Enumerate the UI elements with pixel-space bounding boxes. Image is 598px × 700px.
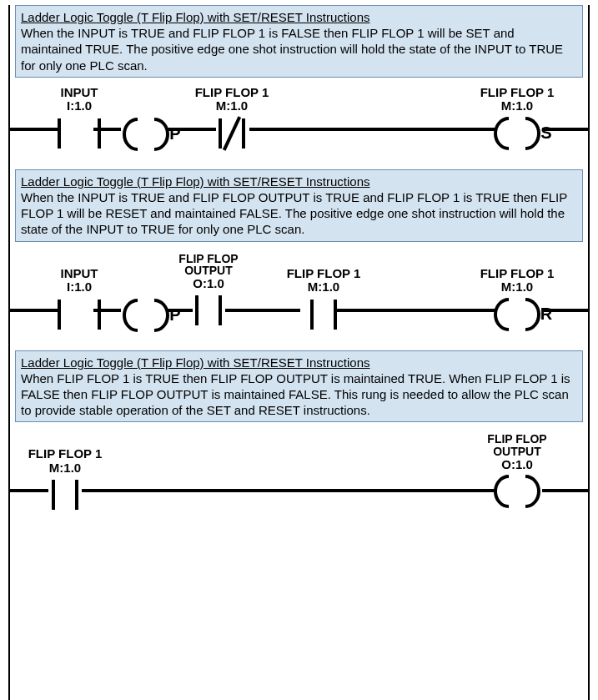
rung-2-title: Ladder Logic Toggle (T Flip Flop) with S… bbox=[21, 174, 370, 189]
input-addr: I:1.0 bbox=[46, 99, 113, 113]
positive-edge-coil: P bbox=[117, 114, 175, 151]
input-label-2: INPUT bbox=[46, 267, 113, 281]
flipflop-output-contact: FLIP FLOP OUTPUT O:1.0 bbox=[167, 253, 250, 328]
out-addr-3: O:1.0 bbox=[467, 458, 567, 472]
input-addr-2: I:1.0 bbox=[46, 280, 113, 295]
s-letter: S bbox=[517, 123, 575, 142]
rung-3-desc: When FLIP FLOP 1 is TRUE then FLIP FLOP … bbox=[21, 371, 570, 417]
rung-3-section: Ladder Logic Toggle (T Flip Flop) with S… bbox=[0, 350, 598, 523]
ffo-label: FLIP FLOP OUTPUT bbox=[167, 253, 250, 277]
rung-3: FLIP FLOP 1 M:1.0 FLIP FLOP OUTPUT O:1.0 bbox=[0, 431, 598, 522]
out-label-3: FLIP FLOP OUTPUT bbox=[467, 433, 567, 457]
ff1-addr-3: M:1.0 bbox=[17, 461, 113, 476]
rung-2: INPUT I:1.0 P FLIP FLOP OUTPUT bbox=[0, 250, 598, 342]
rung-1-desc: When the INPUT is TRUE and FLIP FLOP 1 i… bbox=[21, 26, 563, 72]
flipflop1-nc-contact: FLIP FLOP 1 M:1.0 bbox=[183, 86, 280, 150]
rung-1: INPUT I:1.0 P FLIP FLOP 1 M bbox=[0, 86, 598, 161]
input-contact: INPUT I:1.0 bbox=[46, 86, 113, 150]
input-contact-2: INPUT I:1.0 bbox=[46, 267, 113, 331]
rung-2-comment: Ladder Logic Toggle (T Flip Flop) with S… bbox=[15, 169, 583, 242]
ffo-addr: O:1.0 bbox=[167, 277, 250, 291]
set-coil: FLIP FLOP 1 M:1.0 S bbox=[467, 86, 567, 150]
out-addr-2: M:1.0 bbox=[467, 280, 567, 295]
flipflop1-contact-2: FLIP FLOP 1 M:1.0 bbox=[275, 267, 372, 331]
input-label: INPUT bbox=[46, 86, 113, 100]
r-letter: R bbox=[517, 305, 575, 323]
rung-1-section: Ladder Logic Toggle (T Flip Flop) with S… bbox=[0, 5, 598, 161]
flipflop1-contact-3: FLIP FLOP 1 M:1.0 bbox=[17, 447, 113, 511]
rung-1-comment: Ladder Logic Toggle (T Flip Flop) with S… bbox=[15, 5, 583, 78]
ff1-addr-2: M:1.0 bbox=[275, 280, 372, 295]
out-label-2: FLIP FLOP 1 bbox=[467, 267, 567, 281]
rung-1-title: Ladder Logic Toggle (T Flip Flop) with S… bbox=[21, 10, 370, 24]
output-coil: FLIP FLOP OUTPUT O:1.0 bbox=[467, 433, 567, 508]
out-addr: M:1.0 bbox=[467, 99, 567, 113]
ff1-label: FLIP FLOP 1 bbox=[183, 86, 280, 100]
ff1-label-3: FLIP FLOP 1 bbox=[17, 447, 113, 461]
ladder-diagram: Ladder Logic Toggle (T Flip Flop) with S… bbox=[0, 5, 598, 700]
rung-3-comment: Ladder Logic Toggle (T Flip Flop) with S… bbox=[15, 350, 583, 423]
ff1-addr: M:1.0 bbox=[183, 99, 280, 113]
ff1-label-2: FLIP FLOP 1 bbox=[275, 267, 372, 281]
reset-coil: FLIP FLOP 1 M:1.0 R bbox=[467, 267, 567, 331]
rung-3-title: Ladder Logic Toggle (T Flip Flop) with S… bbox=[21, 355, 370, 370]
rung-2-section: Ladder Logic Toggle (T Flip Flop) with S… bbox=[0, 169, 598, 342]
out-label: FLIP FLOP 1 bbox=[467, 86, 567, 100]
rung-2-desc: When the INPUT is TRUE and FLIP FLOP OUT… bbox=[21, 190, 567, 236]
